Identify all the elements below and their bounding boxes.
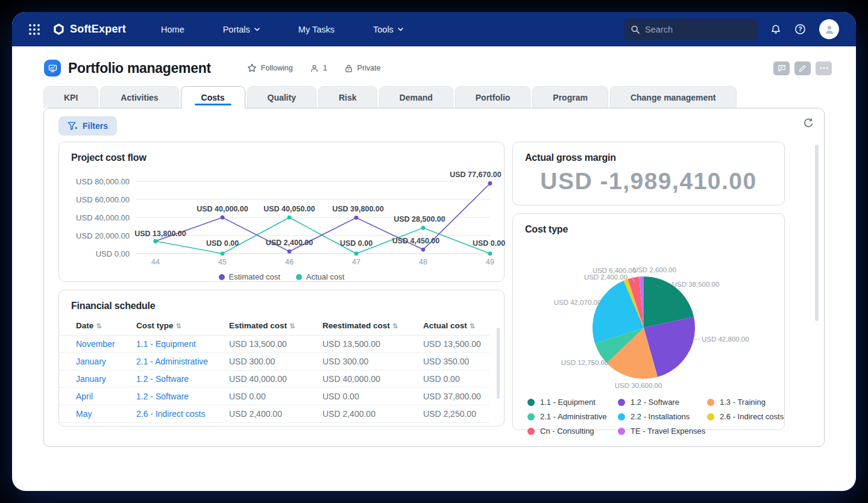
column-header-date[interactable]: Date⇅ [59,316,136,335]
cost-value: USD 40,000.00 [322,370,423,387]
legend-item-cn-consulting[interactable]: Cn - Consulting [527,426,618,436]
tab-risk[interactable]: Risk [318,86,377,108]
legend-item-2-1-administrative[interactable]: 2.1 - Administrative [527,412,618,421]
financial-schedule-table: Date⇅Cost type⇅Estimated cost⇅Reestimate… [59,316,489,423]
date-link[interactable]: May [59,405,136,422]
portfolio-app-icon [44,60,61,77]
cost-value: USD 0.00 [322,387,423,405]
nav-item-portals[interactable]: Portals [223,25,260,34]
pencil-icon [799,64,807,72]
cost-value: USD 2,400.00 [229,405,322,422]
cost-value: USD 40,000.00 [229,370,322,387]
nav-item-label: Home [161,25,184,34]
column-header-actual-cost[interactable]: Actual cost⇅ [423,316,489,335]
cost-flow-line-chart: USD 80,000.00USD 60,000.00USD 40,000.00U… [68,168,495,270]
table-scrollbar[interactable] [497,328,500,399]
legend-dot [219,274,225,280]
privacy-indicator[interactable]: Private [344,64,381,73]
apps-grid-icon[interactable] [29,24,40,35]
date-link[interactable]: April [59,387,136,405]
date-link[interactable]: November [59,335,136,352]
filters-button[interactable]: Filters [58,116,117,136]
tab-activities[interactable]: Activities [100,86,178,108]
svg-text:USD 40,050.00: USD 40,050.00 [263,205,315,213]
tab-kpi[interactable]: KPI [43,86,98,108]
following-toggle[interactable]: Following [247,63,293,73]
legend-item-1-3-training[interactable]: 1.3 - Training [707,398,784,407]
nav-item-home[interactable]: Home [161,25,184,34]
privacy-label: Private [357,64,381,72]
cost-type-card: Cost type USD 38,500.00USD 42,800.00USD … [512,213,785,430]
legend-dot [527,399,535,406]
cost-value: USD 300.00 [322,352,423,370]
dashboard-grid: Project cost flow USD 80,000.00USD 60,00… [44,139,824,443]
user-avatar[interactable] [819,19,839,39]
legend-item-estimated-cost[interactable]: Estimated cost [219,272,280,281]
nav-item-label: Tools [373,25,394,34]
column-header-estimated-cost[interactable]: Estimated cost⇅ [229,316,322,335]
search-box[interactable] [624,19,757,40]
more-options-button[interactable] [816,61,832,75]
tab-change-management[interactable]: Change management [610,86,737,108]
filters-label: Filters [83,121,108,131]
column-header-reestimated-cost[interactable]: Reestimated cost⇅ [322,316,423,335]
edit-button[interactable] [794,61,811,75]
ellipsis-icon [820,67,828,69]
legend-label: Actual cost [306,272,345,281]
person-icon [310,64,319,73]
legend-item-2-2-installations[interactable]: 2.2 - Installations [618,412,707,421]
svg-text:45: 45 [218,258,227,266]
cost-value: USD 13,500.00 [229,335,322,352]
legend-item-1-1-equipment[interactable]: 1.1 - Equipment [527,398,618,407]
sort-icon: ⇅ [392,322,398,330]
cost-type-legend: 1.1 - Equipment1.2 - Software1.3 - Train… [513,394,784,436]
legend-item-te-travel-expenses[interactable]: TE - Travel Expenses [618,426,707,436]
date-link[interactable]: January [59,370,136,387]
tab-quality[interactable]: Quality [247,86,316,108]
cost-value: USD 13,500.00 [423,335,489,352]
legend-item-1-2-software[interactable]: 1.2 - Software [618,398,707,407]
financial-schedule-title: Financial schedule [59,290,504,315]
help-icon[interactable]: ? [794,23,806,35]
softexpert-logo-icon [53,23,64,35]
nav-item-my-tasks[interactable]: My Tasks [298,25,335,34]
cost-value: USD 0.00 [423,370,489,387]
cost-type-link[interactable]: 2.1 - Administrative [136,352,229,370]
tab-program[interactable]: Program [532,86,608,108]
table-row: January2.1 - AdministrativeUSD 300.00USD… [59,352,489,370]
financial-schedule-card: Financial schedule Date⇅Cost type⇅Estima… [58,290,505,426]
svg-text:USD 13,800.00: USD 13,800.00 [134,230,186,238]
nav-item-tools[interactable]: Tools [373,25,403,34]
star-icon [247,63,257,73]
comments-button[interactable] [773,61,790,75]
tab-demand[interactable]: Demand [379,86,453,108]
svg-text:49: 49 [486,258,494,266]
cost-type-title: Cost type [513,214,784,239]
cost-type-link[interactable]: 1.2 - Software [136,387,229,405]
comment-icon [778,64,786,72]
tab-bar: KPIActivitiesCostsQualityRiskDemandPortf… [43,86,825,108]
nav-items: HomePortalsMy TasksTools [161,25,403,34]
cost-value: USD 2,250.00 [423,405,489,422]
column-header-cost-type[interactable]: Cost type⇅ [136,316,229,335]
members-indicator[interactable]: 1 [310,64,327,73]
search-input[interactable] [645,25,751,34]
legend-item-2-6-indirect-costs[interactable]: 2.6 - Indirect costs [707,412,784,421]
date-link[interactable]: January [59,352,136,370]
tab-portfolio[interactable]: Portfolio [455,86,531,108]
cost-type-link[interactable]: 1.2 - Software [136,370,229,387]
brand[interactable]: SoftExpert [53,23,126,36]
filter-funnel-icon [68,122,78,131]
tab-costs[interactable]: Costs [181,86,245,108]
sort-icon: ⇅ [176,322,181,330]
notifications-bell-icon[interactable] [770,24,781,35]
svg-text:46: 46 [285,258,294,266]
legend-dot [618,428,625,435]
cost-type-link[interactable]: 2.6 - Indirect costs [136,405,229,422]
legend-item-actual-cost[interactable]: Actual cost [296,272,345,281]
svg-text:USD 0.00: USD 0.00 [96,249,130,258]
refresh-icon[interactable] [803,116,814,129]
svg-text:USD 0.00: USD 0.00 [206,239,239,248]
cost-type-link[interactable]: 1.1 - Equipment [136,335,229,352]
panel-scrollbar[interactable] [815,145,819,321]
